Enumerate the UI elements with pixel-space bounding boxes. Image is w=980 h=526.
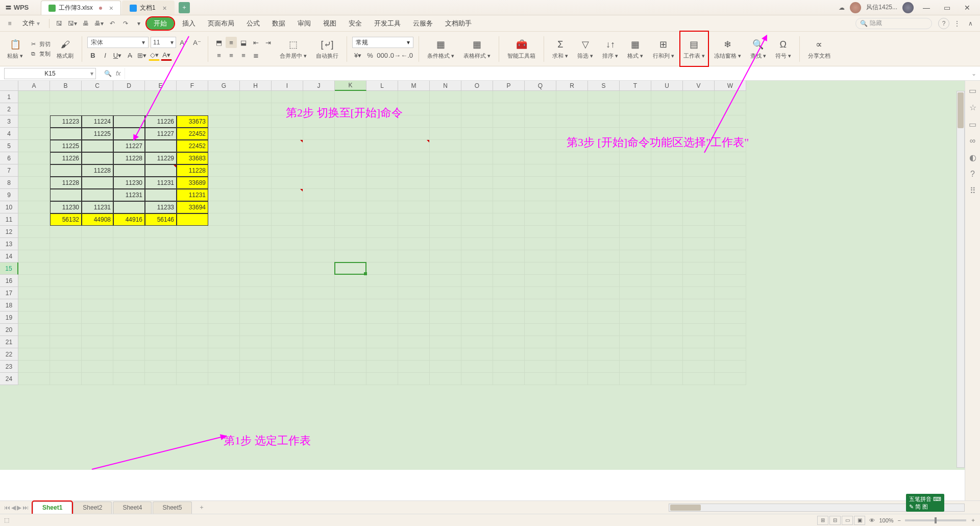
cell[interactable] [272,348,303,361]
cell[interactable] [525,275,556,287]
cell[interactable] [113,226,145,238]
cell[interactable] [335,361,366,373]
menu-tab[interactable]: 开发工具 [368,15,407,31]
align-left[interactable]: ≡ [213,50,225,61]
cell[interactable]: 11230 [113,177,145,189]
cell[interactable] [430,177,461,189]
cell[interactable] [50,164,82,177]
cell[interactable] [683,373,715,385]
cell[interactable] [82,226,113,238]
cell[interactable] [208,238,240,250]
col-header[interactable]: H [240,81,272,91]
cell[interactable] [588,115,620,128]
row-header[interactable]: 14 [0,250,18,262]
cell[interactable] [683,262,715,275]
col-header[interactable]: L [366,81,398,91]
cell[interactable] [620,91,651,103]
menu-tab[interactable]: 数据 [266,15,291,31]
cell[interactable] [145,312,177,324]
cell[interactable] [493,115,525,128]
side-panel-icon[interactable]: ⠿ [970,186,976,196]
cell[interactable] [18,262,50,275]
cell[interactable] [177,91,208,103]
cell[interactable] [620,361,651,373]
cell[interactable]: 11228 [50,177,82,189]
cell[interactable] [588,312,620,324]
cell[interactable] [335,226,366,238]
cell[interactable] [525,140,556,152]
decrease-font[interactable]: A⁻ [191,37,203,48]
align-bot[interactable]: ⬓ [238,37,249,48]
cell[interactable] [556,299,588,312]
cell[interactable] [240,115,272,128]
cell[interactable] [398,91,430,103]
cell[interactable] [240,128,272,140]
cell[interactable] [430,103,461,115]
cell[interactable] [240,213,272,226]
cell[interactable] [18,373,50,385]
cell[interactable]: 33683 [177,152,208,164]
sheet-tab[interactable]: Sheet1 [33,501,72,514]
cell[interactable] [588,164,620,177]
cell[interactable] [82,177,113,189]
cell[interactable] [145,324,177,336]
cell[interactable] [18,189,50,201]
cell[interactable] [82,152,113,164]
cell[interactable] [335,189,366,201]
font-name-select[interactable]: 宋体▾ [87,37,149,48]
cell[interactable] [588,213,620,226]
cell[interactable] [683,103,715,115]
sheet-tab[interactable]: Sheet5 [153,501,191,514]
cell[interactable]: 11226 [145,115,177,128]
cell[interactable] [272,226,303,238]
cell[interactable] [366,226,398,238]
cell[interactable] [461,287,493,299]
cell[interactable] [335,164,366,177]
cell[interactable] [50,373,82,385]
cell[interactable] [651,361,683,373]
cell[interactable] [620,152,651,164]
sort-button[interactable]: ↓↑排序 ▾ [599,32,621,66]
cell[interactable] [335,128,366,140]
cell[interactable] [493,128,525,140]
column-headers[interactable]: ABCDEFGHIJKLMNOPQRSTUVW [18,81,746,91]
cell[interactable]: 11224 [82,115,113,128]
align-mid[interactable]: ≡ [226,37,237,48]
cell[interactable] [82,91,113,103]
cell[interactable] [715,373,746,385]
cell[interactable] [493,140,525,152]
cell[interactable] [303,201,335,213]
cell[interactable] [588,238,620,250]
cell[interactable] [208,164,240,177]
name-box[interactable]: K15▾ [4,68,96,79]
cell[interactable] [240,91,272,103]
cell[interactable] [177,238,208,250]
cell[interactable] [525,238,556,250]
cell[interactable] [50,91,82,103]
cell[interactable] [493,226,525,238]
tab-nav-prev[interactable]: ◀ [11,504,16,511]
cell[interactable] [177,336,208,348]
cell[interactable]: 44908 [82,213,113,226]
underline-button[interactable]: U▾ [112,50,123,61]
cell[interactable] [525,324,556,336]
cell[interactable] [113,250,145,262]
cell[interactable] [366,373,398,385]
cell[interactable] [461,128,493,140]
vertical-scrollbar[interactable] [957,91,965,468]
cell[interactable] [556,287,588,299]
reading-mode-icon[interactable]: 👁 [869,517,875,523]
cell[interactable] [651,164,683,177]
cell[interactable] [493,336,525,348]
italic-button[interactable]: I [100,50,111,61]
cell[interactable] [50,312,82,324]
table-style[interactable]: ▦表格样式 ▾ [460,32,494,66]
cell[interactable] [556,226,588,238]
cell[interactable] [461,177,493,189]
cell[interactable] [303,164,335,177]
cell[interactable] [82,238,113,250]
cell[interactable] [303,189,335,201]
row-header[interactable]: 11 [0,213,18,226]
row-header[interactable]: 18 [0,299,18,312]
notification-icon[interactable]: ☁ [839,4,845,11]
